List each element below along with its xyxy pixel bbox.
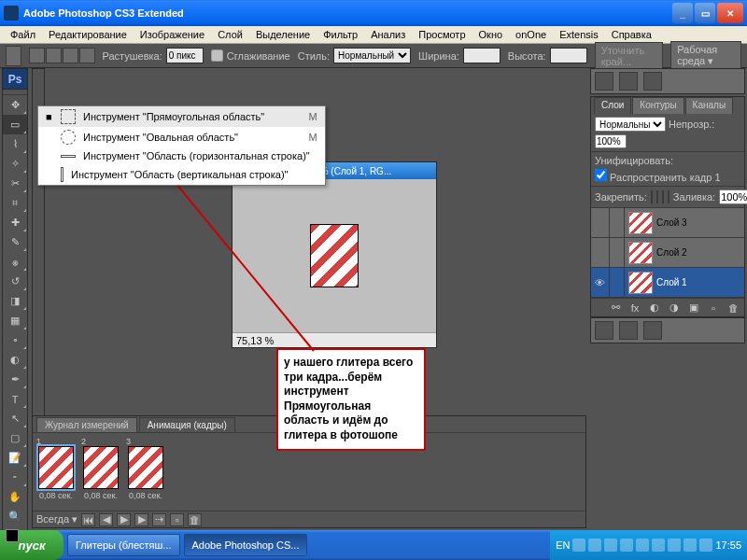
navigator-icon[interactable] — [595, 72, 613, 91]
menu-layer[interactable]: Слой — [211, 27, 249, 42]
fg-color[interactable] — [6, 529, 19, 542]
lasso-tool[interactable]: ⌇ — [3, 134, 27, 154]
shape-tool[interactable]: ▢ — [3, 428, 27, 448]
gradient-tool[interactable]: ▦ — [3, 311, 27, 330]
menu-extensis[interactable]: Extensis — [553, 27, 605, 42]
refine-edge-button[interactable]: Уточнить край... — [595, 42, 663, 70]
ps-logo[interactable]: Ps — [3, 69, 27, 90]
frame-3[interactable]: 30,08 сек. — [126, 437, 165, 507]
loop-select[interactable]: Всегда ▾ — [36, 513, 78, 525]
menu-window[interactable]: Окно — [472, 27, 510, 42]
tray-icon[interactable] — [636, 539, 649, 552]
mask-button[interactable]: ◐ — [647, 301, 662, 315]
zoom-tool[interactable]: 🔍 — [3, 507, 27, 526]
tray-icon[interactable] — [588, 539, 601, 552]
feather-input[interactable] — [166, 48, 204, 63]
sel-mode-int[interactable] — [79, 48, 95, 63]
flyout-ellipse-marquee[interactable]: Инструмент "Овальная область"M — [38, 127, 325, 147]
tray-icon[interactable] — [699, 539, 712, 552]
tray-icon[interactable] — [604, 539, 617, 552]
eyedropper-tool[interactable]: ⁃ — [3, 468, 27, 487]
crop-tool[interactable]: ✂ — [3, 174, 27, 193]
document-canvas[interactable] — [233, 179, 436, 332]
opacity-input[interactable] — [595, 134, 627, 148]
prev-frame-button[interactable]: ◀ — [99, 513, 113, 526]
menu-filter[interactable]: Фильтр — [317, 27, 364, 42]
frame-2[interactable]: 20,08 сек. — [81, 437, 120, 507]
sel-mode-sub[interactable] — [63, 48, 78, 63]
blur-tool[interactable]: ∘ — [3, 330, 27, 350]
collapsed-panel-row-1[interactable] — [591, 69, 744, 93]
layer-row[interactable]: 👁Слой 1 — [591, 268, 744, 298]
tab-channels[interactable]: Каналы — [685, 97, 734, 114]
document-window[interactable]: Безимени-3 @ 75,1% (Слой 1, RG... 75,13 … — [232, 161, 437, 348]
tray-icon[interactable] — [652, 539, 665, 552]
wand-tool[interactable]: ✧ — [3, 154, 27, 174]
tray-icon[interactable] — [620, 539, 633, 552]
visibility-icon[interactable] — [591, 208, 610, 237]
eraser-tool[interactable]: ◨ — [3, 291, 27, 311]
flyout-col-marquee[interactable]: Инструмент "Область (вертикальная строка… — [38, 164, 325, 185]
style-select[interactable]: Нормальный — [333, 48, 411, 63]
antialias-check[interactable]: Сглаживание — [211, 49, 290, 62]
play-button[interactable]: ▶ — [117, 513, 131, 526]
new-frame-button[interactable]: ▫ — [170, 513, 184, 526]
blend-mode-select[interactable]: Нормальный — [595, 117, 666, 132]
tab-layers[interactable]: Слои — [594, 97, 631, 114]
history-brush-tool[interactable]: ↺ — [3, 272, 27, 291]
lock-pos-icon[interactable] — [662, 190, 664, 203]
tab-measurement-log[interactable]: Журнал измерений — [36, 417, 137, 432]
pen-tool[interactable]: ✒ — [3, 370, 27, 389]
sel-mode-add[interactable] — [46, 48, 62, 63]
hand-tool[interactable]: ✋ — [3, 487, 27, 507]
tray-icon[interactable] — [684, 539, 697, 552]
delete-layer-button[interactable]: 🗑 — [726, 301, 740, 315]
layer-row[interactable]: Слой 2 — [591, 238, 744, 268]
delete-frame-button[interactable]: 🗑 — [188, 513, 202, 526]
menu-onone[interactable]: onOne — [509, 27, 553, 42]
close-button[interactable]: ✕ — [717, 3, 743, 23]
flyout-rect-marquee[interactable]: ■Инструмент "Прямоугольная область"M — [38, 106, 325, 127]
frame-1[interactable]: 10,08 сек. — [36, 437, 76, 507]
stamp-tool[interactable]: ⎈ — [3, 252, 27, 272]
visibility-icon[interactable]: 👁 — [591, 268, 610, 297]
dodge-tool[interactable]: ◐ — [3, 350, 27, 370]
system-tray[interactable]: EN 17:55 — [550, 530, 747, 560]
heal-tool[interactable]: ✚ — [3, 213, 27, 232]
tray-icon[interactable] — [668, 539, 681, 552]
fx-button[interactable]: fx — [627, 301, 642, 315]
slice-tool[interactable]: ⌗ — [3, 193, 27, 213]
menu-select[interactable]: Выделение — [249, 27, 317, 42]
notes-tool[interactable]: 📝 — [3, 448, 27, 468]
type-tool[interactable]: T — [3, 389, 27, 409]
flyout-row-marquee[interactable]: Инструмент "Область (горизонтальная стро… — [38, 147, 325, 164]
styles-panel-icon[interactable] — [643, 321, 662, 340]
zoom-readout[interactable]: 75,13 % — [236, 335, 274, 346]
task-button[interactable]: Глитеры (блестяш... — [67, 534, 180, 556]
swatches-panel-icon[interactable] — [619, 321, 638, 340]
group-button[interactable]: ▣ — [686, 301, 701, 315]
clock[interactable]: 17:55 — [715, 539, 741, 551]
first-frame-button[interactable]: ⏮ — [81, 513, 95, 526]
fill-input[interactable] — [719, 189, 747, 204]
visibility-icon[interactable] — [591, 238, 610, 267]
new-layer-button[interactable]: ▫ — [706, 301, 721, 315]
task-button[interactable]: Adobe Photoshop CS... — [184, 534, 308, 556]
layer-row[interactable]: Слой 3 — [591, 208, 744, 238]
menu-file[interactable]: Файл — [4, 27, 42, 42]
lock-pixels-icon[interactable] — [656, 190, 658, 203]
lang-indicator[interactable]: EN — [556, 539, 570, 551]
menu-view[interactable]: Просмотр — [412, 27, 472, 42]
menu-help[interactable]: Справка — [605, 27, 658, 42]
collapsed-panel-row-2[interactable] — [591, 318, 744, 343]
lock-all-icon[interactable] — [668, 190, 669, 203]
propagate-check[interactable]: Распространить кадр 1 — [595, 169, 721, 183]
lock-trans-icon[interactable] — [651, 190, 653, 203]
workspace-menu[interactable]: Рабочая среда ▾ — [670, 41, 741, 70]
tray-icon[interactable] — [572, 539, 585, 552]
color-panel-icon[interactable] — [595, 321, 613, 340]
menu-analysis[interactable]: Анализ — [364, 27, 412, 42]
move-tool[interactable]: ✥ — [3, 95, 27, 115]
adjustment-button[interactable]: ◑ — [667, 301, 682, 315]
next-frame-button[interactable]: ▶ — [134, 513, 148, 526]
